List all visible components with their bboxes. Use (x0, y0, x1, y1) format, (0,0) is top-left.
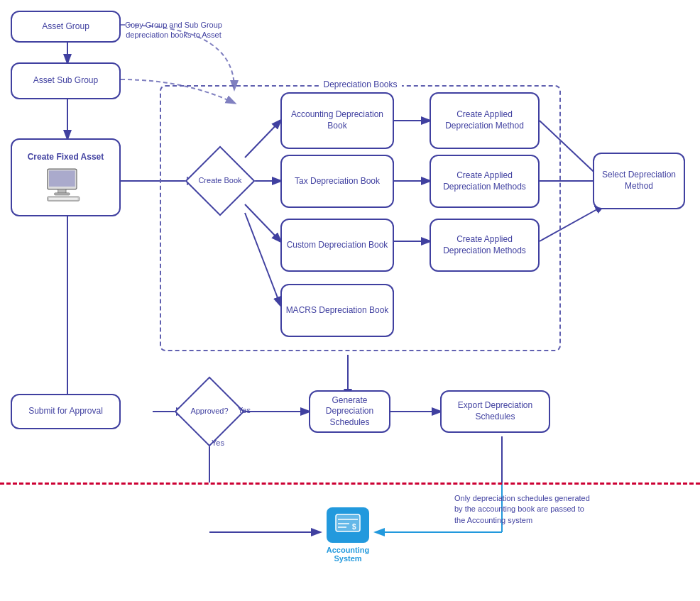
copy-note: Copy Group and Sub Group depreciation bo… (122, 20, 225, 40)
accounting-system-node: $ Accounting System (319, 507, 376, 563)
submit-approval-node: Submit for Approval (11, 394, 121, 429)
accounting-dep-book-node: Accounting Depreciation Book (280, 92, 394, 149)
computer-icon (45, 167, 87, 203)
yes-label-below: Yes (212, 439, 224, 447)
macrs-dep-book-node: MACRS Depreciation Book (280, 284, 394, 337)
export-schedules-node: Export Depreciation Schedules (440, 390, 550, 433)
svg-rect-30 (49, 197, 78, 199)
svg-rect-28 (54, 193, 70, 195)
asset-group-node: Asset Group (11, 11, 121, 43)
approved-diamond: Approved? (185, 387, 234, 436)
create-applied-method-1-node: Create Applied Depreciation Method (430, 92, 540, 149)
depreciation-books-label: Depreciation Books (319, 79, 401, 89)
yes-label-right: Yes (238, 406, 251, 414)
accounting-note: Only depreciation schedules generated by… (454, 493, 596, 526)
tax-dep-book-node: Tax Depreciation Book (280, 155, 394, 208)
create-applied-methods-3-node: Create Applied Depreciation Methods (430, 219, 540, 272)
svg-text:$: $ (352, 523, 356, 531)
create-book-diamond: Create Book (195, 156, 245, 206)
red-dashed-separator (0, 483, 700, 485)
create-applied-methods-2-node: Create Applied Depreciation Methods (430, 155, 540, 208)
custom-dep-book-node: Custom Depreciation Book (280, 219, 394, 272)
diagram-container: Asset Group Asset Sub Group Copy Group a… (0, 0, 700, 601)
asset-sub-group-node: Asset Sub Group (11, 62, 121, 99)
svg-rect-31 (336, 514, 360, 531)
svg-rect-26 (49, 170, 75, 187)
accounting-system-icon: $ (335, 514, 361, 536)
generate-schedules-node: Generate Depreciation Schedules (309, 390, 390, 433)
select-dep-method-node: Select Depreciation Method (593, 153, 685, 209)
create-fixed-asset-node: Create Fixed Asset (11, 138, 121, 216)
